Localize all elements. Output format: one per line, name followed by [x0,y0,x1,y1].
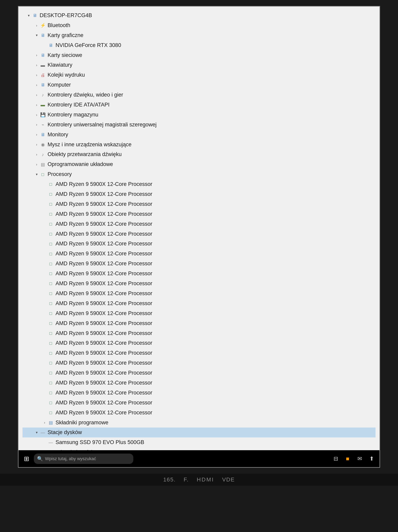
tree-item-cpu-17[interactable]: □ AMD Ryzen 9 5900X 12-Core Processor [23,338,375,348]
item-label-komputer: Komputer [48,80,71,89]
taskbar-icon-mail[interactable]: ✉ [355,454,365,464]
expand-icon-bluetooth[interactable]: › [34,23,39,28]
tree-item-cpu-9[interactable]: □ AMD Ryzen 9 5900X 12-Core Processor [23,259,375,269]
item-label-cpu-16: AMD Ryzen 9 5900X 12-Core Processor [56,329,152,338]
item-label-cpu-11: AMD Ryzen 9 5900X 12-Core Processor [56,279,152,288]
tree-item-cpu-15[interactable]: □ AMD Ryzen 9 5900X 12-Core Processor [23,318,375,328]
taskbar-icons: ⊟ ■ ✉ ⬆ [331,454,377,464]
expand-icon-komputer[interactable]: › [34,83,39,87]
item-icon-karty-sieciowe: 🖥 [40,52,46,58]
tree-item-cpu-21[interactable]: □ AMD Ryzen 9 5900X 12-Core Processor [23,378,375,388]
expand-icon-skladniki[interactable]: › [42,420,47,425]
tree-item-nvidia[interactable]: 🖥 NVIDIA GeForce RTX 3080 [23,40,375,50]
tree-item-cpu-6[interactable]: □ AMD Ryzen 9 5900X 12-Core Processor [23,229,375,239]
expand-icon-procesory[interactable]: ▾ [34,172,39,177]
tree-item-cpu-4[interactable]: □ AMD Ryzen 9 5900X 12-Core Processor [23,209,375,219]
tree-item-cpu-22[interactable]: □ AMD Ryzen 9 5900X 12-Core Processor [23,388,375,398]
tree-item-monitory[interactable]: › 🖥 Monitory [23,130,375,140]
expand-icon-cpu-2 [42,192,47,196]
expand-icon-oprogramowanie[interactable]: › [34,162,39,167]
tree-item-cpu-24[interactable]: □ AMD Ryzen 9 5900X 12-Core Processor [23,408,375,418]
tree-item-oprogramowanie[interactable]: › ▤ Oprogramowanie układowe [23,159,375,169]
expand-icon-monitory[interactable]: › [34,133,39,137]
item-icon-mysz: ◉ [40,141,46,148]
item-icon-kolejki: 🖨 [40,72,46,78]
taskbar-icon-task[interactable]: ⊟ [331,454,341,464]
tree-item-cpu-16[interactable]: □ AMD Ryzen 9 5900X 12-Core Processor [23,328,375,338]
tree-item-klawiatury[interactable]: › ▬ Klawiatury [23,60,375,70]
tree-item-cpu-11[interactable]: □ AMD Ryzen 9 5900X 12-Core Processor [23,279,375,289]
bottom-label-1: 165. [163,476,176,483]
tree-item-komputer[interactable]: › 🖥 Komputer [23,80,375,90]
tree-item-cpu-18[interactable]: □ AMD Ryzen 9 5900X 12-Core Processor [23,348,375,358]
taskbar-icon-4[interactable]: ⬆ [366,454,377,464]
item-icon-cpu-12: □ [48,290,54,297]
bottom-label-vde: VDE [222,476,235,483]
expand-icon-mysz[interactable]: › [34,143,39,147]
tree-item-cpu-23[interactable]: □ AMD Ryzen 9 5900X 12-Core Processor [23,398,375,408]
tree-item-samsung-ssd[interactable]: — Samsung SSD 970 EVO Plus 500GB [23,437,375,447]
tree-item-cpu-10[interactable]: □ AMD Ryzen 9 5900X 12-Core Processor [23,269,375,279]
expand-icon-obiekty-audio[interactable]: › [34,152,39,157]
tree-item-skladniki[interactable]: › ▤ Składniki programowe [23,418,375,428]
tree-item-kontrolery-magazynu[interactable]: › 💾 Kontrolery magazynu [23,110,375,120]
tree-item-bluetooth[interactable]: › ⚡ Bluetooth [23,20,375,31]
item-icon-bluetooth: ⚡ [40,22,46,29]
expand-icon-kolejki[interactable]: › [34,73,39,77]
tree-item-cpu-8[interactable]: □ AMD Ryzen 9 5900X 12-Core Processor [23,249,375,259]
tree-item-karty-graficzne[interactable]: ▾ 🖥 Karty graficzne [23,31,375,40]
tree-item-kontrolery-dzwieku[interactable]: › ♪ Kontrolery dźwięku, wideo i gier [23,90,375,100]
expand-icon-karty-graficzne[interactable]: ▾ [34,33,39,38]
item-label-cpu-24: AMD Ryzen 9 5900X 12-Core Processor [56,408,152,417]
device-manager-panel[interactable]: ▾ 🖥 DESKTOP-ER7CG4B › ⚡ Bluetooth ▾ 🖥 Ka… [19,6,379,467]
tree-item-cpu-19[interactable]: □ AMD Ryzen 9 5900X 12-Core Processor [23,358,375,368]
item-label-cpu-20: AMD Ryzen 9 5900X 12-Core Processor [56,368,152,378]
item-label-oprogramowanie: Oprogramowanie układowe [48,160,113,169]
item-icon-cpu-15: □ [48,320,54,327]
expand-icon-kontrolery-ide[interactable]: › [34,103,39,107]
tree-item-stacje-dyskow[interactable]: ▾ — Stacje dysków [23,428,375,437]
tree-item-cpu-5[interactable]: □ AMD Ryzen 9 5900X 12-Core Processor [23,219,375,229]
item-label-cpu-10: AMD Ryzen 9 5900X 12-Core Processor [56,269,152,278]
expand-icon-stacje-dyskow[interactable]: ▾ [34,430,39,435]
tree-item-cpu-13[interactable]: □ AMD Ryzen 9 5900X 12-Core Processor [23,298,375,309]
search-bar[interactable]: 🔍 Wpisz tutaj, aby wyszukać [34,454,133,464]
item-icon-cpu-8: □ [48,251,54,257]
expand-icon-karty-sieciowe[interactable]: › [34,53,39,57]
expand-icon-kontrolery-magazynu[interactable]: › [34,113,39,117]
tree-item-procesory[interactable]: ▾ □ Procesory [23,169,375,179]
tree-item-cpu-20[interactable]: □ AMD Ryzen 9 5900X 12-Core Processor [23,368,375,378]
tree-item-cpu-1[interactable]: □ AMD Ryzen 9 5900X 12-Core Processor [23,179,375,189]
tree-item-cpu-14[interactable]: □ AMD Ryzen 9 5900X 12-Core Processor [23,309,375,318]
item-icon-cpu-11: □ [48,280,54,287]
tree-item-mysz[interactable]: › ◉ Mysz i inne urządzenia wskazujące [23,140,375,150]
tree-item-kontrolery-usb[interactable]: › ⌁ Kontrolery uniwersalnej magistrali s… [23,120,375,130]
item-icon-cpu-17: □ [48,340,54,346]
start-button[interactable]: ⊞ [21,454,32,464]
item-icon-cpu-6: □ [48,231,54,237]
tree-item-kontrolery-ide[interactable]: › ▬ Kontrolery IDE ATA/ATAPI [23,100,375,110]
item-label-skladniki: Składniki programowe [56,418,108,427]
item-icon-kontrolery-ide: ▬ [40,102,46,108]
item-icon-obiekty-audio: ♪ [40,151,46,158]
taskbar-icon-store[interactable]: ■ [343,454,353,464]
tree-root[interactable]: ▾ 🖥 DESKTOP-ER7CG4B [23,11,375,20]
item-label-kontrolery-ide: Kontrolery IDE ATA/ATAPI [48,100,110,109]
tree-item-cpu-3[interactable]: □ AMD Ryzen 9 5900X 12-Core Processor [23,199,375,209]
tree-item-cpu-7[interactable]: □ AMD Ryzen 9 5900X 12-Core Processor [23,239,375,249]
search-placeholder[interactable]: Wpisz tutaj, aby wyszukać [45,456,96,461]
expand-icon-kontrolery-usb[interactable]: › [34,123,39,127]
expand-icon-kontrolery-dzwieku[interactable]: › [34,93,39,97]
tree-item-kolejki[interactable]: › 🖨 Kolejki wydruku [23,70,375,80]
tree-item-karty-sieciowe[interactable]: › 🖥 Karty sieciowe [23,50,375,60]
device-tree[interactable]: ▾ 🖥 DESKTOP-ER7CG4B › ⚡ Bluetooth ▾ 🖥 Ka… [19,9,379,467]
screen: ▾ 🖥 DESKTOP-ER7CG4B › ⚡ Bluetooth ▾ 🖥 Ka… [18,6,380,468]
tree-item-cpu-2[interactable]: □ AMD Ryzen 9 5900X 12-Core Processor [23,189,375,199]
tree-item-cpu-12[interactable]: □ AMD Ryzen 9 5900X 12-Core Processor [23,289,375,298]
taskbar[interactable]: ⊞ 🔍 Wpisz tutaj, aby wyszukać ⊟ ■ ✉ ⬆ [19,450,379,467]
item-label-cpu-2: AMD Ryzen 9 5900X 12-Core Processor [56,190,152,199]
expand-icon-cpu-12 [42,291,47,296]
expand-icon-klawiatury[interactable]: › [34,63,39,67]
item-icon-cpu-19: □ [48,360,54,366]
tree-item-obiekty-audio[interactable]: › ♪ Obiekty przetwarzania dźwięku [23,149,375,159]
